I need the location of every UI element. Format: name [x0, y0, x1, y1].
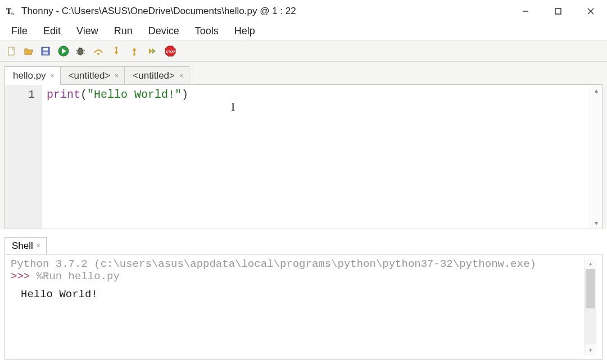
- close-button[interactable]: [574, 0, 607, 22]
- tab-label: <untitled>: [133, 70, 175, 81]
- shell-output: Hello World!: [11, 288, 584, 301]
- step-out-button[interactable]: [128, 45, 141, 57]
- svg-point-18: [81, 47, 83, 49]
- svg-rect-6: [8, 47, 14, 55]
- scroll-down-icon[interactable]: ▾: [590, 217, 602, 229]
- menu-tools[interactable]: Tools: [187, 23, 227, 39]
- svg-rect-3: [555, 8, 561, 14]
- close-icon[interactable]: ×: [115, 72, 119, 80]
- svg-point-21: [115, 47, 117, 49]
- editor-region: hello.py × <untitled> × <untitled> × 1 p…: [0, 62, 607, 229]
- tab-hello-py[interactable]: hello.py ×: [4, 66, 61, 85]
- new-file-button[interactable]: [6, 45, 18, 57]
- close-icon[interactable]: ×: [179, 72, 183, 80]
- scroll-up-icon[interactable]: ▴: [585, 258, 596, 269]
- svg-point-19: [97, 53, 99, 55]
- svg-marker-22: [132, 48, 137, 51]
- shell-text[interactable]: Python 3.7.2 (c:\users\asus\appdata\loca…: [11, 258, 584, 356]
- svg-rect-8: [43, 48, 48, 51]
- svg-marker-25: [152, 48, 156, 54]
- shell-run-cmd: %Run hello.py: [37, 270, 120, 283]
- editor-tabs: hello.py × <untitled> × <untitled> ×: [4, 66, 603, 85]
- menu-device[interactable]: Device: [141, 23, 187, 39]
- code-token-open: (: [80, 88, 87, 101]
- step-into-button[interactable]: [110, 45, 123, 57]
- debug-button[interactable]: [74, 45, 87, 57]
- svg-marker-24: [149, 48, 152, 54]
- scroll-track[interactable]: [585, 269, 596, 344]
- code-token-close: ): [182, 88, 188, 101]
- minimize-button[interactable]: [509, 0, 542, 22]
- menu-view[interactable]: View: [69, 23, 106, 39]
- maximize-button[interactable]: [542, 0, 574, 22]
- line-gutter: 1: [5, 85, 42, 229]
- close-icon[interactable]: ×: [37, 242, 40, 250]
- shell-scrollbar[interactable]: ▴ ▾: [584, 258, 596, 356]
- step-over-button[interactable]: [92, 45, 105, 57]
- menubar: File Edit View Run Device Tools Help: [0, 22, 607, 40]
- scroll-up-icon[interactable]: ▴: [590, 85, 602, 96]
- menu-run[interactable]: Run: [106, 23, 141, 39]
- toolbar: STOP: [0, 40, 607, 62]
- line-number: 1: [5, 88, 35, 101]
- shell-tab-label: Shell: [12, 240, 33, 252]
- save-button[interactable]: [39, 45, 52, 57]
- menu-file[interactable]: File: [3, 23, 35, 39]
- shell-tab[interactable]: Shell ×: [4, 237, 47, 254]
- close-icon[interactable]: ×: [51, 72, 55, 80]
- svg-text:STOP: STOP: [166, 50, 175, 53]
- svg-text:h: h: [11, 11, 14, 16]
- shell-body[interactable]: Python 3.7.2 (c:\users\asus\appdata\loca…: [4, 254, 603, 360]
- code-token-str: "Hello World!": [87, 88, 182, 101]
- stop-button[interactable]: STOP: [164, 45, 176, 57]
- editor-scrollbar[interactable]: ▴ ▾: [590, 85, 602, 229]
- svg-marker-20: [114, 52, 119, 54]
- shell-tabs: Shell ×: [4, 237, 603, 254]
- svg-point-17: [79, 47, 80, 49]
- tab-untitled-2[interactable]: <untitled> ×: [124, 66, 189, 85]
- tab-label: <untitled>: [69, 70, 111, 81]
- app-icon: T h: [6, 6, 17, 17]
- titlebar: T h Thonny - C:\Users\ASUS\OneDrive\Docu…: [0, 0, 607, 22]
- scroll-down-icon[interactable]: ▾: [585, 344, 596, 356]
- menu-edit[interactable]: Edit: [35, 23, 69, 39]
- code-token-fn: print: [47, 88, 80, 101]
- resume-button[interactable]: [146, 45, 158, 57]
- text-cursor-icon: [233, 102, 234, 114]
- code-editor[interactable]: 1 print("Hello World!") ▴ ▾: [4, 84, 603, 229]
- scroll-thumb[interactable]: [586, 269, 595, 308]
- window-title: Thonny - C:\Users\ASUS\OneDrive\Document…: [21, 6, 296, 17]
- window-controls: [509, 0, 607, 22]
- svg-point-12: [78, 48, 83, 55]
- shell-prompt: >>>: [11, 270, 37, 283]
- shell-banner: Python 3.7.2 (c:\users\asus\appdata\loca…: [11, 258, 536, 270]
- tab-label: hello.py: [13, 70, 46, 81]
- svg-point-23: [133, 53, 135, 56]
- shell-region: Shell × Python 3.7.2 (c:\users\asus\appd…: [4, 237, 603, 360]
- tab-untitled-1[interactable]: <untitled> ×: [60, 66, 125, 85]
- run-button[interactable]: [57, 45, 70, 57]
- code-area[interactable]: print("Hello World!"): [42, 85, 590, 229]
- svg-rect-9: [43, 52, 48, 54]
- open-file-button[interactable]: [22, 45, 35, 57]
- menu-help[interactable]: Help: [227, 23, 263, 39]
